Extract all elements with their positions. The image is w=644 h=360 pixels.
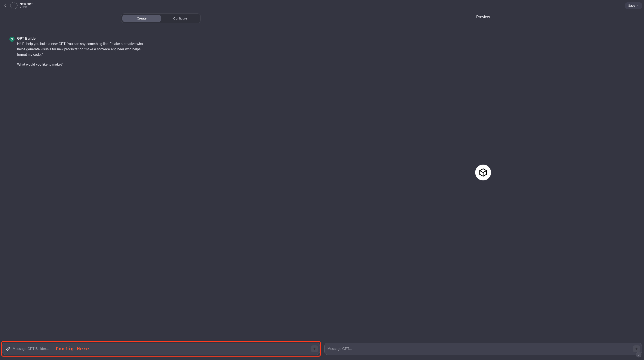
- chevron-down-icon: [636, 4, 639, 7]
- topbar: New GPT Draft Save: [0, 0, 644, 11]
- pane-preview: Preview ?: [322, 11, 644, 360]
- save-button[interactable]: Save: [625, 2, 642, 9]
- composer-row-right: [322, 341, 644, 360]
- help-glyph: ?: [638, 353, 639, 356]
- builder-name: GPT Builder: [17, 37, 144, 41]
- preview-input[interactable]: [328, 347, 631, 351]
- builder-send-button[interactable]: [311, 345, 318, 352]
- builder-text-p2: What would you like to make?: [17, 62, 144, 67]
- chevron-left-icon: [4, 4, 7, 7]
- composer-builder[interactable]: [2, 343, 320, 355]
- status-dot-icon: [20, 7, 21, 8]
- composer-preview[interactable]: [324, 343, 642, 355]
- builder-text-p1: Hi! I'll help you build a new GPT. You c…: [17, 41, 144, 57]
- composer-row-left: Config Here: [0, 341, 322, 360]
- builder-text: Hi! I'll help you build a new GPT. You c…: [17, 41, 144, 67]
- preview-model-avatar: [475, 164, 491, 181]
- tabs: Create Configure: [121, 14, 201, 23]
- paperclip-icon: [6, 347, 10, 351]
- builder-message: GPT Builder Hi! I'll help you build a ne…: [10, 37, 144, 72]
- arrow-up-icon: [313, 347, 316, 350]
- draft-avatar-placeholder: [10, 2, 18, 9]
- gpt-builder-avatar: [10, 37, 14, 42]
- help-button[interactable]: ?: [636, 352, 642, 357]
- pane-builder: Create Configure GPT Builder Hi! I'll he…: [0, 11, 322, 360]
- page-title: New GPT: [20, 2, 33, 6]
- arrow-up-icon: [635, 347, 638, 350]
- tabs-wrap: Create Configure: [0, 11, 322, 25]
- conversation: GPT Builder Hi! I'll help you build a ne…: [0, 25, 322, 341]
- attach-button[interactable]: [5, 347, 10, 351]
- preview-heading: Preview: [322, 11, 644, 21]
- preview-send-button[interactable]: [633, 345, 640, 352]
- tab-create[interactable]: Create: [122, 15, 161, 22]
- tab-configure[interactable]: Configure: [161, 15, 200, 22]
- cube-icon: [478, 168, 488, 177]
- workspace-split: Create Configure GPT Builder Hi! I'll he…: [0, 11, 644, 360]
- title-block: New GPT Draft: [20, 2, 33, 9]
- svg-point-0: [11, 38, 13, 40]
- openai-logo-icon: [10, 38, 14, 41]
- save-button-label: Save: [628, 4, 635, 7]
- back-button[interactable]: [2, 3, 8, 9]
- builder-input[interactable]: [12, 347, 309, 351]
- preview-body: [322, 21, 644, 341]
- draft-status: Draft: [20, 6, 33, 9]
- draft-status-label: Draft: [22, 6, 28, 9]
